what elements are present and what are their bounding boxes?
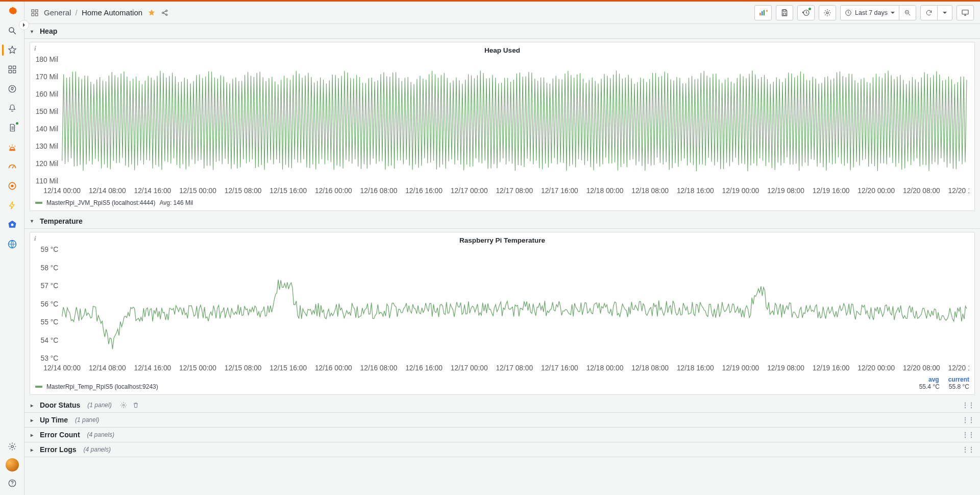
row-header-error-count[interactable]: ▸ Error Count (4 panels) ⋮⋮ — [24, 428, 980, 442]
clock-icon — [845, 9, 852, 16]
svg-text:12/18 00:00: 12/18 00:00 — [586, 364, 624, 372]
dashboard-insights-button[interactable] — [797, 5, 815, 20]
panel-heap-used[interactable]: i Heap Used 110 Mil120 Mil130 Mil140 Mil… — [30, 42, 975, 211]
legend-swatch-icon — [35, 386, 42, 388]
row-title: Error Count — [40, 431, 80, 439]
svg-point-29 — [826, 12, 828, 14]
star-dashboard-button[interactable] — [148, 9, 156, 17]
nav-plugin-world[interactable] — [2, 235, 22, 253]
row-panel-count: (1 panel) — [75, 416, 99, 423]
refresh-button[interactable] — [920, 5, 938, 20]
temperature-chart[interactable]: 53 °C54 °C55 °C56 °C57 °C58 °C59 °C12/14… — [35, 246, 969, 374]
row-title: Error Logs — [40, 445, 77, 454]
share-dashboard-button[interactable] — [161, 9, 169, 17]
svg-point-19 — [162, 12, 164, 13]
nav-plugin-k8s[interactable] — [2, 216, 22, 233]
svg-text:12/20 08:00: 12/20 08:00 — [903, 187, 940, 195]
panel-title: Raspberry Pi Temperature — [30, 232, 974, 245]
gear-icon — [120, 402, 127, 409]
svg-text:56 °C: 56 °C — [41, 300, 59, 308]
svg-text:12/20 00:00: 12/20 00:00 — [857, 364, 895, 372]
row-drag-handle[interactable]: ⋮⋮ — [962, 416, 974, 424]
svg-text:12/16 08:00: 12/16 08:00 — [360, 364, 398, 372]
svg-text:12/14 00:00: 12/14 00:00 — [43, 364, 81, 372]
row-drag-handle[interactable]: ⋮⋮ — [962, 445, 974, 454]
row-header-up-time[interactable]: ▸ Up Time (1 panel) ⋮⋮ — [24, 413, 980, 428]
nav-admin[interactable] — [2, 438, 22, 455]
nav-plugin-alert[interactable] — [2, 138, 22, 156]
nav-starred[interactable] — [2, 41, 22, 59]
zoom-out-button[interactable] — [899, 5, 916, 20]
nav-explore[interactable] — [2, 80, 22, 98]
row-settings-button[interactable] — [120, 402, 127, 409]
row-header-heap[interactable]: ▾ Heap — [24, 24, 980, 39]
chevron-right-icon: ▸ — [31, 447, 36, 453]
share-icon — [161, 9, 169, 17]
row-title: Up Time — [40, 416, 68, 424]
add-panel-button[interactable]: + — [754, 5, 772, 20]
dashboard-settings-button[interactable] — [819, 5, 836, 20]
svg-point-10 — [11, 224, 13, 226]
chevron-right-icon: ▸ — [31, 432, 36, 438]
panel-legend: MasterRpi_JVM_RpiS5 (localhost:4444) Avg… — [30, 197, 974, 210]
row-drag-handle[interactable]: ⋮⋮ — [962, 431, 974, 439]
svg-rect-22 — [760, 13, 761, 15]
nav-plugin-tempo[interactable] — [2, 197, 22, 214]
dashboard-body[interactable]: ▾ Heap i Heap Used 110 Mil120 Mil130 Mil… — [24, 24, 980, 495]
svg-text:12/17 16:00: 12/17 16:00 — [541, 364, 578, 372]
nav-alerting[interactable] — [2, 100, 22, 117]
svg-text:12/20 16:00: 12/20 16:00 — [948, 187, 969, 195]
svg-text:12/14 16:00: 12/14 16:00 — [134, 364, 172, 372]
refresh-interval-picker[interactable] — [937, 5, 952, 20]
nav-plugin-loki[interactable] — [2, 177, 22, 195]
nav-plugin-performance[interactable] — [2, 158, 22, 175]
grafana-logo[interactable] — [5, 5, 19, 19]
row-header-door-status[interactable]: ▸ Door Status (1 panel) ⋮⋮ — [24, 398, 980, 413]
svg-point-0 — [9, 28, 14, 32]
row-panel-count: (1 panel) — [87, 402, 111, 409]
legend-series-name[interactable]: MasterRpi_JVM_RpiS5 (localhost:4444) — [46, 199, 155, 206]
row-header-error-logs[interactable]: ▸ Error Logs (4 panels) ⋮⋮ — [24, 442, 980, 457]
legend-series-name[interactable]: MasterRpi_Temp_RpiS5 (localhost:9243) — [46, 383, 158, 390]
svg-point-12 — [11, 445, 13, 448]
bell-icon — [8, 104, 17, 113]
nav-profile[interactable] — [2, 456, 22, 474]
svg-text:59 °C: 59 °C — [41, 246, 59, 253]
svg-text:12/18 08:00: 12/18 08:00 — [631, 187, 669, 195]
dashboard-toolbar: General / Home Automation + — [24, 2, 980, 24]
svg-text:12/15 00:00: 12/15 00:00 — [179, 187, 216, 195]
star-filled-icon — [148, 9, 156, 17]
tv-mode-button[interactable] — [957, 5, 974, 20]
save-dashboard-button[interactable] — [776, 5, 793, 20]
help-icon — [8, 479, 17, 488]
time-range-label: Last 7 days — [855, 9, 888, 16]
panel-info-corner[interactable]: i — [34, 234, 36, 243]
nav-help[interactable] — [2, 475, 22, 492]
row-drag-handle[interactable]: ⋮⋮ — [962, 401, 974, 409]
panel-info-corner[interactable]: i — [34, 44, 36, 53]
legend-series-avg: Avg: 146 Mil — [159, 199, 193, 206]
time-range-picker[interactable]: Last 7 days — [840, 5, 899, 20]
svg-rect-16 — [35, 10, 38, 12]
svg-text:12/20 16:00: 12/20 16:00 — [948, 364, 969, 372]
nav-search[interactable] — [2, 22, 22, 39]
panel-title: Heap Used — [30, 42, 974, 55]
svg-point-6 — [9, 85, 16, 92]
breadcrumb-dashboards-icon[interactable] — [31, 9, 39, 17]
circle-target-icon — [7, 181, 17, 191]
nav-dashboards[interactable] — [2, 61, 22, 78]
heap-chart[interactable]: 110 Mil120 Mil130 Mil140 Mil150 Mil160 M… — [35, 56, 969, 197]
svg-point-21 — [166, 14, 167, 15]
nav-connections[interactable] — [2, 119, 22, 136]
row-delete-button[interactable] — [132, 402, 139, 409]
row-title: Door Status — [40, 401, 80, 409]
row-header-temperature[interactable]: ▾ Temperature — [24, 214, 980, 229]
svg-rect-23 — [762, 11, 763, 15]
svg-rect-27 — [783, 13, 786, 15]
nav-sidebar — [0, 2, 24, 495]
breadcrumb-folder[interactable]: General — [44, 8, 71, 17]
svg-text:12/14 00:00: 12/14 00:00 — [43, 187, 81, 195]
apps-icon — [8, 65, 17, 74]
chevron-down-icon — [891, 11, 895, 15]
panel-rpi-temperature[interactable]: i Raspberry Pi Temperature 53 °C54 °C55 … — [30, 232, 975, 395]
